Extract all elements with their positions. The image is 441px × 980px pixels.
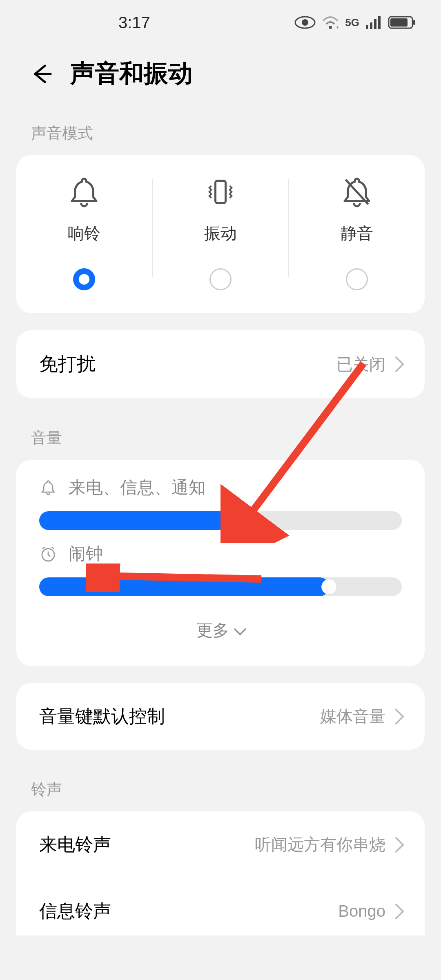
status-icons: + 5G xyxy=(294,15,416,30)
svg-rect-5 xyxy=(370,22,372,29)
mode-vibrate[interactable]: 振动 xyxy=(153,176,289,290)
slider-fill xyxy=(39,577,329,596)
bell-small-icon xyxy=(39,479,57,497)
network-type: 5G xyxy=(345,16,359,29)
svg-rect-4 xyxy=(366,25,368,29)
ringtone-call-value: 听闻远方有你串烧 xyxy=(255,833,385,856)
volume-more[interactable]: 更多 xyxy=(39,608,402,654)
section-label-sound-mode: 声音模式 xyxy=(0,111,441,155)
volume-ring-slider[interactable] xyxy=(39,511,402,530)
svg-rect-11 xyxy=(216,181,226,203)
vibrate-icon xyxy=(204,176,237,208)
mode-mute-label: 静音 xyxy=(341,222,373,245)
section-label-ringtone: 铃声 xyxy=(0,767,441,811)
radio-mute[interactable] xyxy=(346,268,368,290)
wifi-icon: + xyxy=(321,15,339,30)
status-time: 3:17 xyxy=(118,13,150,32)
signal-icon xyxy=(365,15,382,30)
mode-vibrate-label: 振动 xyxy=(204,222,237,245)
ringtone-card: 来电铃声 听闻远方有你串烧 信息铃声 Bongo xyxy=(16,811,425,935)
ringtone-call-title: 来电铃声 xyxy=(39,833,111,857)
chevron-right-icon xyxy=(388,837,404,853)
chevron-right-icon xyxy=(388,903,404,920)
radio-vibrate[interactable] xyxy=(209,268,232,290)
svg-rect-7 xyxy=(378,16,381,29)
mode-ring[interactable]: 响铃 xyxy=(16,176,152,290)
volume-alarm-slider[interactable] xyxy=(39,577,402,596)
mode-ring-label: 响铃 xyxy=(68,222,100,245)
volume-key-card: 音量键默认控制 媒体音量 xyxy=(16,683,425,750)
ringtone-msg-row[interactable]: 信息铃声 Bongo xyxy=(16,878,425,935)
slider-thumb[interactable] xyxy=(231,513,246,528)
slider-fill xyxy=(39,511,238,530)
sound-mode-card: 响铃 振动 静音 xyxy=(16,155,425,313)
svg-rect-6 xyxy=(374,19,376,29)
svg-rect-9 xyxy=(390,18,408,27)
dnd-title: 免打扰 xyxy=(39,352,96,377)
volume-ring-label: 来电、信息、通知 xyxy=(69,476,206,499)
status-bar: 3:17 + 5G xyxy=(0,0,441,45)
back-button[interactable] xyxy=(29,62,54,86)
bell-off-icon xyxy=(341,176,373,208)
volume-card: 来电、信息、通知 闹钟 更多 xyxy=(16,460,425,666)
chevron-down-icon xyxy=(234,623,246,635)
dnd-row[interactable]: 免打扰 已关闭 xyxy=(16,330,425,398)
volume-key-value: 媒体音量 xyxy=(320,705,385,728)
slider-thumb[interactable] xyxy=(321,579,337,595)
mode-mute[interactable]: 静音 xyxy=(289,176,425,290)
chevron-right-icon xyxy=(388,708,404,725)
more-label: 更多 xyxy=(196,619,229,641)
eye-icon xyxy=(294,15,316,30)
volume-key-row[interactable]: 音量键默认控制 媒体音量 xyxy=(16,683,425,750)
bell-icon xyxy=(68,176,100,208)
alarm-icon xyxy=(39,545,57,563)
svg-rect-10 xyxy=(413,20,415,25)
page-title: 声音和振动 xyxy=(70,57,193,90)
svg-text:+: + xyxy=(336,24,339,30)
dnd-card: 免打扰 已关闭 xyxy=(16,330,425,398)
volume-alarm-group: 闹钟 xyxy=(39,542,402,596)
ringtone-call-row[interactable]: 来电铃声 听闻远方有你串烧 xyxy=(16,811,425,878)
ringtone-msg-title: 信息铃声 xyxy=(39,899,111,923)
battery-icon xyxy=(388,15,416,30)
chevron-right-icon xyxy=(388,356,404,372)
radio-ring[interactable] xyxy=(73,268,95,290)
dnd-value: 已关闭 xyxy=(336,353,385,376)
page-header: 声音和振动 xyxy=(0,45,441,111)
section-label-volume: 音量 xyxy=(0,415,441,460)
volume-alarm-label: 闹钟 xyxy=(69,542,103,565)
svg-point-1 xyxy=(302,19,308,26)
svg-point-2 xyxy=(329,26,332,29)
ringtone-msg-value: Bongo xyxy=(338,902,385,920)
arrow-left-icon xyxy=(30,62,53,85)
volume-key-title: 音量键默认控制 xyxy=(39,704,165,728)
volume-ring-group: 来电、信息、通知 xyxy=(39,476,402,530)
